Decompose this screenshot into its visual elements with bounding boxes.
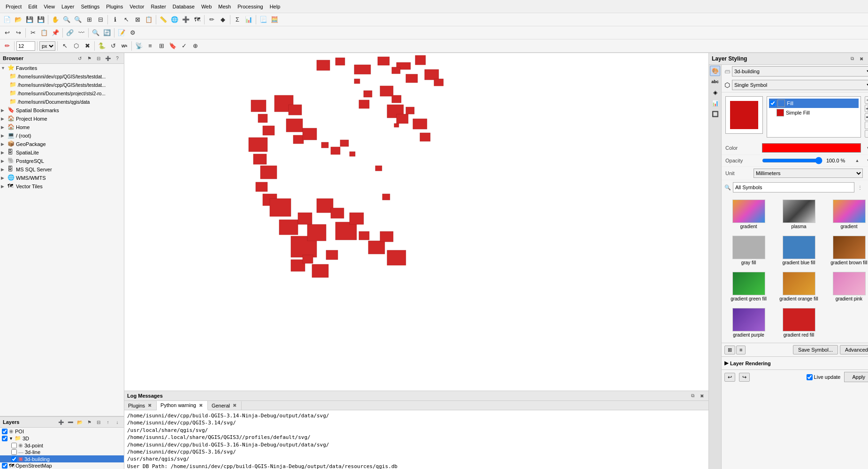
save-as-btn[interactable]: 💾 — [36, 15, 46, 25]
symbol-gradient-2[interactable]: gradient — [825, 197, 868, 231]
tree-item-path1[interactable]: 📁 /home/isunni/dev/cpp/QGIS/tests/testda… — [0, 72, 124, 81]
symbol-add-btn[interactable]: ➕ — [865, 105, 868, 112]
measure-btn[interactable]: 📏 — [158, 15, 168, 25]
trace-btn[interactable]: 〰 — [76, 28, 86, 38]
save-symbol-btn[interactable]: Save Symbol... — [793, 345, 838, 354]
select-btn[interactable]: ↖ — [121, 15, 131, 25]
layers-remove-btn[interactable]: ➖ — [67, 418, 74, 426]
node-btn[interactable]: ◆ — [218, 15, 228, 25]
tree-item-path3[interactable]: 📁 /home/isunni/Documents/project/stsi2-r… — [0, 89, 124, 98]
digitize-btn[interactable]: ✏ — [206, 15, 217, 25]
refresh-btn[interactable]: 🔄 — [102, 28, 112, 38]
style-icon-label[interactable]: abc — [710, 77, 720, 87]
add-raster-btn[interactable]: 🗺 — [192, 15, 202, 25]
layer-order-btn[interactable]: ≡ — [145, 41, 155, 51]
style-icon-3d[interactable]: ◈ — [710, 87, 720, 98]
symbol-gradient-red[interactable]: gradient red fill — [775, 306, 823, 340]
styling-pin-btn[interactable]: ⧉ — [848, 55, 856, 62]
symbol-gradient-brown[interactable]: gradient brown fill — [825, 233, 868, 268]
layer-poi[interactable]: ◉ POI — [0, 428, 124, 435]
menu-web[interactable]: Web — [198, 3, 214, 10]
menu-edit[interactable]: Edit — [25, 3, 40, 10]
tab-plugins[interactable]: Plugins ✖ — [124, 401, 157, 410]
symbol-tree-fill[interactable]: Fill — [769, 99, 859, 108]
menu-mesh[interactable]: Mesh — [215, 3, 234, 10]
layers-filter-btn[interactable]: ⚑ — [85, 418, 93, 426]
tree-item-favorites[interactable]: ▼ ⭐ Favorites — [0, 64, 124, 72]
tree-item-wms[interactable]: ▶ 🌐 WMS/WMTS — [0, 174, 124, 182]
symbol-gradient-blue[interactable]: gradient blue fill — [775, 233, 823, 268]
zoom-full-btn[interactable]: ⊞ — [84, 15, 94, 25]
tree-item-root[interactable]: ▶ 💻 / (root) — [0, 131, 124, 140]
tree-item-spatialite[interactable]: ▶ 🗄 SpatiaLite — [0, 148, 124, 157]
symbol-gradient-orange[interactable]: gradient orange fill — [775, 269, 823, 304]
open-project-btn[interactable]: 📂 — [13, 15, 23, 25]
layers-open-btn[interactable]: 📂 — [76, 418, 84, 426]
layers-help-btn[interactable]: ↑ — [104, 418, 112, 426]
wkt-btn[interactable]: Wk — [119, 41, 129, 51]
menu-view[interactable]: View — [41, 3, 58, 10]
search-options-btn[interactable]: ⋮ — [856, 184, 864, 191]
layers-add-btn[interactable]: ➕ — [57, 418, 65, 426]
symbol-plasma[interactable]: plasma — [775, 197, 823, 231]
advanced-btn[interactable]: Advanced — [840, 345, 868, 354]
layer-3dline[interactable]: ― 3d-line — [0, 449, 124, 455]
identify-btn[interactable]: ℹ — [110, 15, 120, 25]
live-update-label[interactable]: Live update — [807, 374, 841, 380]
style-icon-paint[interactable]: 🎨 — [710, 66, 720, 76]
tab-python-warning[interactable]: Python warning ✖ — [157, 401, 208, 410]
annotations-btn[interactable]: 📝 — [116, 28, 127, 38]
browser-filter-btn[interactable]: ⚑ — [85, 54, 93, 62]
layer-3dbuilding[interactable]: ▣ 3d-building — [0, 455, 124, 462]
style-icon-diagram[interactable]: 📊 — [710, 98, 720, 108]
browser-add-btn[interactable]: ➕ — [104, 54, 112, 62]
tree-item-path2[interactable]: 📁 /home/isunni/dev/cpp/QGIS/tests/testda… — [0, 81, 124, 89]
symbol-search-input[interactable] — [733, 182, 854, 192]
paste-btn[interactable]: 📌 — [50, 28, 61, 38]
deselect-all-btn[interactable]: ✖ — [82, 41, 92, 51]
style-icon-mask[interactable]: 🔲 — [710, 109, 720, 119]
tree-item-home[interactable]: ▶ 🏠 Home — [0, 123, 124, 131]
unit-select-dropdown[interactable]: Millimeters Pixels Map units — [754, 169, 863, 178]
symbol-gray-fill[interactable]: gray fill — [724, 233, 773, 268]
add-wms-btn[interactable]: 🌐 — [169, 15, 180, 25]
symbol-preview-box[interactable] — [725, 96, 763, 134]
symbol-fill-checkbox[interactable] — [770, 100, 776, 106]
opacity-up-btn[interactable]: ▲ — [853, 157, 861, 164]
layer-3d-checkbox[interactable] — [2, 436, 8, 441]
zoom-in-btn[interactable]: 🔍 — [61, 15, 72, 25]
field-calc-btn[interactable]: 🧮 — [269, 15, 280, 25]
redo-styling-btn[interactable]: ↪ — [739, 373, 750, 382]
live-update-checkbox[interactable] — [807, 374, 813, 380]
stats-btn[interactable]: 📊 — [244, 15, 254, 25]
symbol-tree-simple-fill[interactable]: Simple Fill — [769, 108, 859, 117]
menu-settings[interactable]: Settings — [78, 3, 102, 10]
copy-btn[interactable]: 📋 — [39, 28, 49, 38]
layer-3dpoint-checkbox[interactable] — [11, 443, 17, 448]
spatial-bookmark-btn[interactable]: 🔖 — [168, 41, 178, 51]
symbol-remove-btn[interactable]: ➖ — [865, 113, 868, 121]
python-btn[interactable]: 🐍 — [97, 41, 107, 51]
symbol-up-btn[interactable]: ↑ — [865, 122, 868, 129]
apply-btn[interactable]: Apply — [844, 372, 868, 382]
pan-map-btn[interactable]: ✋ — [50, 15, 61, 25]
undo-styling-btn[interactable]: ↩ — [724, 373, 735, 382]
tree-item-bookmarks[interactable]: ▶ 🔖 Spatial Bookmarks — [0, 106, 124, 115]
unit-select[interactable]: px — [39, 41, 55, 51]
symbol-gradient-purple[interactable]: gradient purple — [724, 306, 773, 340]
browser-collapse-btn[interactable]: ⊟ — [95, 54, 102, 62]
cut-btn[interactable]: ✂ — [28, 28, 38, 38]
layer-select[interactable]: 3d-building — [732, 66, 868, 77]
undo-btn[interactable]: ↩ — [2, 28, 12, 38]
list-view-btn[interactable]: ≡ — [736, 346, 746, 354]
zoom-layer-btn[interactable]: ⊟ — [95, 15, 106, 25]
zoom-search-btn[interactable]: 🔍 — [91, 28, 101, 38]
gps-btn[interactable]: 📡 — [134, 41, 144, 51]
symbol-down-btn[interactable]: ↓ — [865, 130, 868, 138]
opacity-slider[interactable] — [762, 157, 822, 164]
zoom-out-btn[interactable]: 🔍 — [73, 15, 83, 25]
menu-layer[interactable]: Layer — [59, 3, 77, 10]
tab-general-close[interactable]: ✖ — [232, 403, 237, 408]
overview-btn[interactable]: ⊞ — [156, 41, 167, 51]
layer-3dpoint[interactable]: ◉ 3d-point — [0, 442, 124, 449]
